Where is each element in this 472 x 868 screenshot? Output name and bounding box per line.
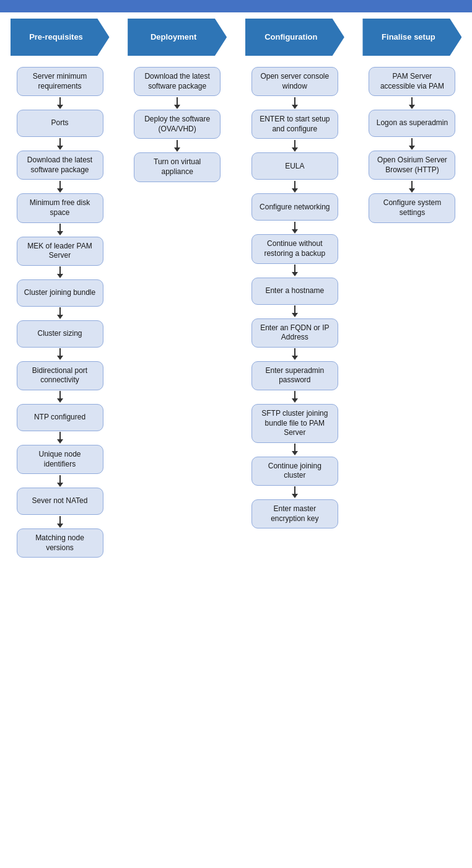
arrow-line-deployment-1 xyxy=(177,140,178,147)
arrow-connector-configuration-4 xyxy=(292,264,298,278)
arrow-line-configuration-9 xyxy=(294,486,295,494)
arrow-line-configuration-0 xyxy=(294,97,295,105)
arrow-down-prereqs-4 xyxy=(57,274,63,278)
step-box-prereqs-6[interactable]: Cluster sizing xyxy=(17,320,103,348)
arrow-connector-prereqs-7 xyxy=(57,390,63,404)
step-box-prereqs-10[interactable]: Sever not NATed xyxy=(17,488,103,515)
column-header-label-finalise: Finalise setup xyxy=(382,32,443,42)
arrow-down-deployment-0 xyxy=(174,105,180,109)
arrow-down-configuration-4 xyxy=(292,272,298,276)
column-header-label-deployment: Deployment xyxy=(151,32,204,42)
arrow-down-configuration-9 xyxy=(292,494,298,498)
arrow-line-configuration-5 xyxy=(294,305,295,313)
arrow-line-deployment-0 xyxy=(177,97,178,105)
arrow-line-finalise-2 xyxy=(411,181,413,188)
arrow-connector-configuration-8 xyxy=(292,443,298,457)
step-box-configuration-4[interactable]: Continue without restoring a backup xyxy=(251,234,338,263)
column-finalise: Finalise setupPAM Server accessible via … xyxy=(355,19,470,558)
step-box-configuration-1[interactable]: ENTER to start setup and configure xyxy=(251,110,338,139)
arrow-down-prereqs-10 xyxy=(57,524,63,528)
arrow-line-configuration-4 xyxy=(294,265,295,272)
arrow-down-configuration-2 xyxy=(292,188,298,193)
arrow-connector-deployment-1 xyxy=(174,139,180,152)
column-header-label-prereqs: Pre-requisites xyxy=(29,32,90,42)
arrow-down-configuration-8 xyxy=(292,451,298,455)
arrow-line-prereqs-0 xyxy=(59,97,61,105)
arrow-connector-configuration-3 xyxy=(292,221,298,234)
step-box-prereqs-9[interactable]: Unique node identifiers xyxy=(17,445,103,474)
arrow-down-prereqs-9 xyxy=(57,483,63,487)
arrow-down-finalise-0 xyxy=(409,105,415,109)
arrow-down-deployment-1 xyxy=(174,147,180,152)
arrow-connector-configuration-6 xyxy=(292,348,298,361)
step-box-prereqs-2[interactable]: Download the latest software package xyxy=(17,151,103,180)
step-box-deployment-0[interactable]: Download the latest software package xyxy=(134,67,221,96)
step-box-prereqs-4[interactable]: MEK of leader PAM Server xyxy=(17,237,103,266)
arrow-connector-deployment-0 xyxy=(174,96,180,110)
arrow-connector-configuration-5 xyxy=(292,305,298,318)
arrow-connector-finalise-2 xyxy=(409,180,415,193)
arrow-line-configuration-3 xyxy=(294,222,295,229)
arrow-connector-finalise-1 xyxy=(409,137,415,151)
arrow-down-configuration-7 xyxy=(292,398,298,403)
arrow-down-prereqs-7 xyxy=(57,398,63,403)
step-box-configuration-8[interactable]: SFTP cluster joining bundle file to PAM … xyxy=(251,404,338,443)
step-box-configuration-10[interactable]: Enter master encryption key xyxy=(251,499,338,528)
step-box-prereqs-11[interactable]: Matching node versions xyxy=(17,528,103,558)
step-box-prereqs-8[interactable]: NTP configured xyxy=(17,404,103,431)
column-prereqs: Pre-requisitesServer minimum requirement… xyxy=(2,19,117,558)
page-wrapper: Pre-requisitesServer minimum requirement… xyxy=(0,0,472,568)
arrow-connector-prereqs-10 xyxy=(57,515,63,528)
step-box-finalise-0[interactable]: PAM Server accessible via PAM xyxy=(369,67,455,96)
arrow-down-prereqs-8 xyxy=(57,439,63,444)
page-title xyxy=(0,0,472,12)
step-box-finalise-2[interactable]: Open Osirium Server Browser (HTTP) xyxy=(369,151,455,180)
step-box-configuration-6[interactable]: Enter an FQDN or IP Address xyxy=(251,318,338,348)
arrow-connector-finalise-0 xyxy=(409,96,415,110)
arrow-down-configuration-5 xyxy=(292,313,298,317)
arrow-down-configuration-0 xyxy=(292,105,298,109)
arrow-down-configuration-1 xyxy=(292,147,298,152)
arrow-line-configuration-1 xyxy=(294,140,295,147)
arrow-line-configuration-2 xyxy=(294,181,295,188)
step-box-prereqs-7[interactable]: Bidirectional port connectivity xyxy=(17,361,103,390)
arrow-down-configuration-6 xyxy=(292,356,298,360)
column-header-finalise: Finalise setup xyxy=(362,19,461,56)
step-box-deployment-2[interactable]: Turn on virtual appliance xyxy=(134,152,221,182)
step-box-deployment-1[interactable]: Deploy the software (OVA/VHD) xyxy=(134,110,221,139)
step-box-configuration-5[interactable]: Enter a hostname xyxy=(251,278,338,305)
arrow-line-prereqs-2 xyxy=(59,181,61,188)
arrow-connector-prereqs-9 xyxy=(57,474,63,488)
step-box-finalise-1[interactable]: Logon as superadmin xyxy=(369,110,455,137)
arrow-connector-configuration-7 xyxy=(292,390,298,404)
arrow-line-configuration-8 xyxy=(294,444,295,451)
arrow-connector-configuration-0 xyxy=(292,96,298,110)
step-box-configuration-7[interactable]: Enter superadmin password xyxy=(251,361,338,390)
arrow-line-prereqs-1 xyxy=(59,138,61,146)
arrow-down-finalise-1 xyxy=(409,146,415,150)
step-box-configuration-9[interactable]: Continue joining cluster xyxy=(251,457,338,486)
columns-wrapper: Pre-requisitesServer minimum requirement… xyxy=(0,12,472,568)
step-box-prereqs-3[interactable]: Minimum free disk space xyxy=(17,193,103,222)
arrow-connector-prereqs-1 xyxy=(57,137,63,151)
arrow-connector-configuration-9 xyxy=(292,486,298,499)
arrow-down-prereqs-6 xyxy=(57,356,63,360)
arrow-down-finalise-2 xyxy=(409,188,415,193)
step-box-prereqs-1[interactable]: Ports xyxy=(17,110,103,137)
arrow-line-prereqs-5 xyxy=(59,307,61,315)
arrow-line-configuration-7 xyxy=(294,391,295,398)
arrow-down-prereqs-3 xyxy=(57,231,63,235)
step-box-configuration-2[interactable]: EULA xyxy=(251,152,338,180)
step-box-configuration-0[interactable]: Open server console window xyxy=(251,67,338,96)
arrow-connector-configuration-1 xyxy=(292,139,298,152)
arrow-down-prereqs-1 xyxy=(57,146,63,150)
column-deployment: DeploymentDownload the latest software p… xyxy=(120,19,235,558)
arrow-line-prereqs-7 xyxy=(59,391,61,398)
step-box-configuration-3[interactable]: Configure networking xyxy=(251,193,338,221)
arrow-line-finalise-0 xyxy=(411,97,413,105)
step-box-prereqs-5[interactable]: Cluster joining bundle xyxy=(17,279,103,307)
arrow-line-prereqs-9 xyxy=(59,475,61,483)
step-box-finalise-3[interactable]: Configure system settings xyxy=(369,193,455,222)
arrow-down-configuration-3 xyxy=(292,229,298,234)
step-box-prereqs-0[interactable]: Server minimum requirements xyxy=(17,67,103,96)
